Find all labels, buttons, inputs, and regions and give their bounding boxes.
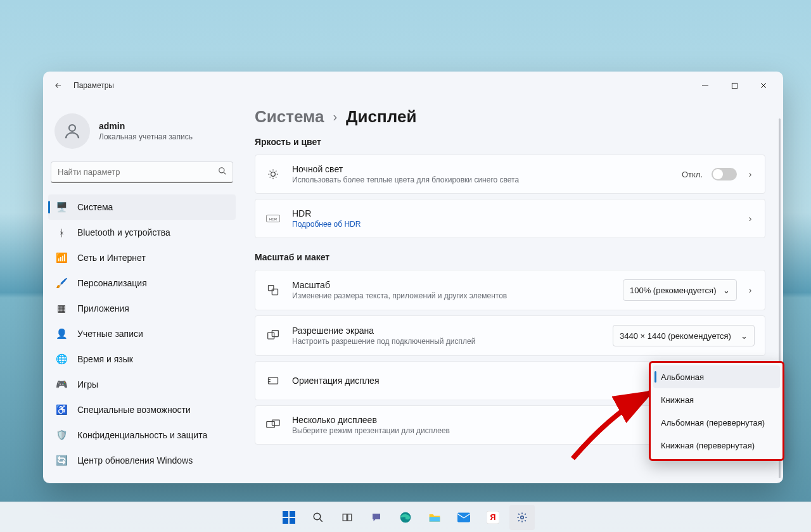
taskbar-edge[interactable] <box>393 505 418 530</box>
orientation-option[interactable]: Книжная <box>653 388 780 411</box>
breadcrumb-parent[interactable]: Система <box>255 107 324 127</box>
card-scale[interactable]: Масштаб Изменение размера текста, прилож… <box>255 270 765 310</box>
nav-item-специальные-возможности[interactable]: ♿Специальные возможности <box>48 397 236 422</box>
hdr-learn-more-link[interactable]: Подробнее об HDR <box>292 220 734 229</box>
nav-icon: 🛡️ <box>56 429 67 441</box>
nav-icon: 🖥️ <box>56 201 67 213</box>
taskbar-settings[interactable] <box>509 505 535 530</box>
search-icon <box>218 167 227 178</box>
nav-label: Игры <box>77 379 98 390</box>
orientation-option[interactable]: Альбомная <box>653 365 780 388</box>
nav-icon: 🌐 <box>56 353 67 365</box>
nav-item-учетные-записи[interactable]: 👤Учетные записи <box>48 321 236 346</box>
svg-rect-15 <box>283 518 288 524</box>
nav-label: Учетные записи <box>77 329 143 339</box>
svg-point-2 <box>219 168 224 173</box>
svg-rect-21 <box>430 517 440 522</box>
svg-rect-6 <box>269 286 274 291</box>
chevron-right-icon: › <box>746 169 755 179</box>
svg-text:Я: Я <box>490 513 496 522</box>
orientation-option[interactable]: Книжная (перевернутая) <box>653 434 780 457</box>
close-button[interactable] <box>749 75 778 96</box>
nav-label: Время и язык <box>77 354 133 364</box>
orientation-option[interactable]: Альбомная (перевернутая) <box>653 411 780 434</box>
scale-icon <box>265 284 281 296</box>
chevron-down-icon: ⌄ <box>723 286 730 295</box>
orientation-icon <box>265 374 281 387</box>
resolution-dropdown[interactable]: 3440 × 1440 (рекомендуется) ⌄ <box>613 325 755 346</box>
svg-rect-11 <box>267 422 275 428</box>
svg-rect-8 <box>268 332 274 339</box>
svg-rect-18 <box>343 514 347 521</box>
nav-item-система[interactable]: 🖥️Система <box>48 194 236 220</box>
svg-rect-19 <box>348 514 352 521</box>
svg-rect-9 <box>272 331 278 337</box>
taskbar-taskview[interactable] <box>335 505 360 530</box>
taskbar-explorer[interactable] <box>422 505 447 530</box>
user-name: admin <box>99 121 193 131</box>
nav-label: Приложения <box>77 303 129 314</box>
nav-label: Конфиденциальность и защита <box>77 430 207 440</box>
nav-icon: 🔄 <box>56 455 67 466</box>
nav-item-bluetooth-и-устройства[interactable]: ᚼBluetooth и устройства <box>48 220 236 245</box>
svg-rect-22 <box>457 512 470 522</box>
svg-point-3 <box>271 172 276 177</box>
card-night-light[interactable]: Ночной свет Использовать более теплые цв… <box>255 155 765 194</box>
nav-icon: 📶 <box>56 252 67 263</box>
nav-item-конфиденциальность-и-защита[interactable]: 🛡️Конфиденциальность и защита <box>48 422 236 448</box>
resolution-icon <box>265 329 281 342</box>
scale-dropdown[interactable]: 100% (рекомендуется) ⌄ <box>623 279 737 301</box>
card-title: Разрешение экрана <box>292 326 601 336</box>
search-box[interactable] <box>51 162 233 183</box>
svg-point-25 <box>521 516 524 519</box>
nav-item-игры[interactable]: 🎮Игры <box>48 372 236 397</box>
back-button[interactable] <box>48 75 68 96</box>
nav-item-персонализация[interactable]: 🖌️Персонализация <box>48 270 236 296</box>
nav-label: Центр обновления Windows <box>77 455 193 466</box>
maximize-button[interactable] <box>720 75 749 96</box>
taskbar-search[interactable] <box>305 505 331 530</box>
search-input[interactable] <box>51 162 233 183</box>
nav-item-центр-обновления-windows[interactable]: 🔄Центр обновления Windows <box>48 448 236 473</box>
taskbar: Я <box>0 502 811 532</box>
nav-label: Bluetooth и устройства <box>77 227 170 238</box>
nav-item-сеть-и-интернет[interactable]: 📶Сеть и Интернет <box>48 245 236 270</box>
nav-item-время-и-язык[interactable]: 🌐Время и язык <box>48 346 236 372</box>
orientation-flyout: АльбомнаяКнижнаяАльбомная (перевернутая)… <box>649 361 784 461</box>
dropdown-value: 100% (рекомендуется) <box>630 286 716 295</box>
sidebar: admin Локальная учетная запись 🖥️Система… <box>43 99 241 483</box>
card-subtitle: Настроить разрешение под подключенный ди… <box>292 337 601 346</box>
taskbar-mail[interactable] <box>451 505 476 530</box>
section-brightness: Яркость и цвет <box>255 137 765 147</box>
sun-icon <box>265 168 281 180</box>
svg-rect-12 <box>272 420 279 426</box>
chevron-right-icon: › <box>746 285 755 295</box>
card-title: Ночной свет <box>292 164 670 174</box>
nav-label: Сеть и Интернет <box>77 253 146 263</box>
svg-text:HDR: HDR <box>269 217 278 221</box>
nav-item-приложения[interactable]: ▦Приложения <box>48 296 236 321</box>
svg-rect-0 <box>732 83 737 88</box>
nav-icon: ᚼ <box>56 227 67 238</box>
chevron-down-icon: ⌄ <box>741 331 748 341</box>
nav-label: Система <box>77 202 113 212</box>
svg-point-1 <box>69 125 75 131</box>
night-light-toggle[interactable] <box>712 168 737 180</box>
user-subtitle: Локальная учетная запись <box>99 132 193 141</box>
svg-rect-16 <box>290 518 295 524</box>
card-subtitle: Использовать более теплые цвета для блок… <box>292 175 670 184</box>
chevron-right-icon: › <box>333 110 337 124</box>
svg-rect-7 <box>272 289 278 294</box>
svg-rect-10 <box>269 377 278 384</box>
start-button[interactable] <box>276 505 302 530</box>
breadcrumb: Система › Дисплей <box>255 103 765 127</box>
card-resolution[interactable]: Разрешение экрана Настроить разрешение п… <box>255 315 765 356</box>
taskbar-chat[interactable] <box>364 505 389 530</box>
minimize-button[interactable] <box>691 75 720 96</box>
user-account-row[interactable]: admin Локальная учетная запись <box>43 104 241 162</box>
app-title: Параметры <box>73 81 114 90</box>
card-hdr[interactable]: HDR HDR Подробнее об HDR › <box>255 199 765 238</box>
titlebar: Параметры <box>43 72 783 99</box>
breadcrumb-current: Дисплей <box>346 107 416 127</box>
taskbar-yandex[interactable]: Я <box>480 505 506 530</box>
